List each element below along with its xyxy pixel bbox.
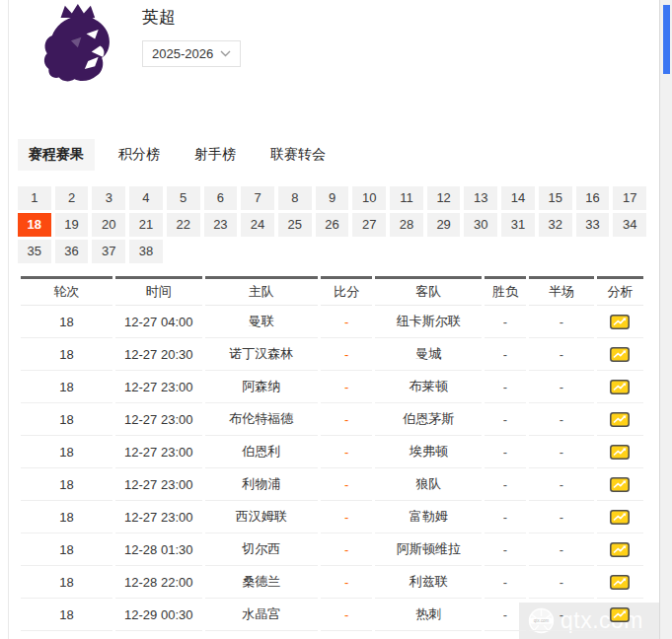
round-cell-24[interactable]: 24 xyxy=(241,213,274,237)
cell-score: - xyxy=(321,371,373,403)
round-cell-22[interactable]: 22 xyxy=(167,213,200,237)
cell-half: - xyxy=(529,338,594,371)
cell-round: 18 xyxy=(21,468,112,501)
cell-analysis xyxy=(597,306,643,338)
column-header: 分析 xyxy=(597,276,643,306)
cell-away: 热刺 xyxy=(375,599,481,631)
cell-score: - xyxy=(321,403,373,436)
cell-analysis xyxy=(597,566,643,599)
cell-home: 水晶宫 xyxy=(205,599,318,631)
cell-analysis xyxy=(597,468,643,501)
round-cell-33[interactable]: 33 xyxy=(576,213,610,237)
round-cell-6[interactable]: 6 xyxy=(204,186,238,210)
analysis-icon[interactable] xyxy=(610,575,630,590)
cell-half: - xyxy=(529,468,594,501)
round-cell-29[interactable]: 29 xyxy=(427,213,461,237)
cell-analysis xyxy=(597,599,643,631)
analysis-icon[interactable] xyxy=(610,510,630,525)
round-cell-5[interactable]: 5 xyxy=(167,186,200,210)
analysis-icon[interactable] xyxy=(610,607,630,622)
column-header: 半场 xyxy=(529,276,594,306)
round-cell-10[interactable]: 10 xyxy=(352,186,386,210)
round-cell-27[interactable]: 27 xyxy=(352,213,386,237)
cell-half: - xyxy=(529,533,594,566)
tab-1[interactable]: 赛程赛果 xyxy=(18,139,95,171)
fixture-row: 1812-28 22:00桑德兰-利兹联-- xyxy=(21,566,643,599)
round-cell-14[interactable]: 14 xyxy=(501,186,535,210)
cell-home: 利物浦 xyxy=(205,468,318,501)
analysis-icon[interactable] xyxy=(610,477,630,492)
cell-score: - xyxy=(321,306,373,338)
season-dropdown[interactable]: 2025-2026 xyxy=(142,40,241,67)
tab-2[interactable]: 积分榜 xyxy=(108,139,171,171)
cell-score: - xyxy=(321,468,373,501)
scrollbar[interactable] xyxy=(659,0,672,639)
round-cell-11[interactable]: 11 xyxy=(390,186,423,210)
round-cell-3[interactable]: 3 xyxy=(92,186,125,210)
round-cell-1[interactable]: 1 xyxy=(18,186,51,210)
round-cell-23[interactable]: 23 xyxy=(204,213,238,237)
scrollbar-thumb[interactable] xyxy=(663,5,670,74)
cell-half: - xyxy=(529,599,594,631)
round-cell-38[interactable]: 38 xyxy=(129,240,163,263)
cell-analysis xyxy=(597,403,643,436)
tab-bar: 赛程赛果积分榜射手榜联赛转会 xyxy=(18,139,649,171)
cell-time: 12-28 01:30 xyxy=(115,533,202,566)
cell-away: 阿斯顿维拉 xyxy=(375,533,481,566)
round-cell-21[interactable]: 21 xyxy=(129,213,163,237)
cell-analysis xyxy=(597,436,643,468)
fixture-row: 1812-29 00:30水晶宫-热刺-- xyxy=(21,599,643,631)
column-header: 轮次 xyxy=(21,276,112,306)
fixture-row: 1812-27 23:00西汉姆联-富勒姆-- xyxy=(21,501,643,533)
round-cell-30[interactable]: 30 xyxy=(464,213,497,237)
tab-4[interactable]: 联赛转会 xyxy=(260,139,336,171)
round-cell-20[interactable]: 20 xyxy=(92,213,125,237)
round-cell-2[interactable]: 2 xyxy=(55,186,89,210)
fixture-row: 1812-27 04:00曼联-纽卡斯尔联-- xyxy=(21,306,643,338)
cell-round: 18 xyxy=(21,306,112,338)
round-cell-4[interactable]: 4 xyxy=(129,186,163,210)
analysis-icon[interactable] xyxy=(610,347,630,362)
analysis-icon[interactable] xyxy=(610,380,630,394)
round-cell-32[interactable]: 32 xyxy=(539,213,572,237)
round-cell-9[interactable]: 9 xyxy=(316,186,349,210)
round-cell-25[interactable]: 25 xyxy=(278,213,312,237)
round-cell-28[interactable]: 28 xyxy=(390,213,423,237)
round-cell-12[interactable]: 12 xyxy=(427,186,461,210)
analysis-icon[interactable] xyxy=(610,412,630,427)
analysis-icon[interactable] xyxy=(610,445,630,460)
analysis-icon[interactable] xyxy=(610,315,630,329)
round-cell-36[interactable]: 36 xyxy=(55,240,89,263)
league-title: 英超 xyxy=(142,8,241,28)
round-cell-31[interactable]: 31 xyxy=(501,213,535,237)
cell-away: 埃弗顿 xyxy=(375,436,481,468)
cell-time: 12-27 04:00 xyxy=(115,306,202,338)
cell-half: - xyxy=(529,371,594,403)
cell-half: - xyxy=(529,403,594,436)
round-cell-16[interactable]: 16 xyxy=(576,186,610,210)
round-cell-35[interactable]: 35 xyxy=(18,240,51,263)
tab-3[interactable]: 射手榜 xyxy=(184,139,247,171)
analysis-icon[interactable] xyxy=(610,542,630,557)
round-cell-8[interactable]: 8 xyxy=(278,186,312,210)
cell-time: 12-27 23:00 xyxy=(115,436,202,468)
cell-analysis xyxy=(597,338,643,371)
round-cell-19[interactable]: 19 xyxy=(55,213,89,237)
cell-result: - xyxy=(485,566,526,599)
round-cell-13[interactable]: 13 xyxy=(464,186,497,210)
column-header: 客队 xyxy=(375,276,481,306)
cell-result: - xyxy=(485,501,526,533)
cell-result: - xyxy=(485,436,526,468)
round-cell-15[interactable]: 15 xyxy=(539,186,572,210)
round-cell-7[interactable]: 7 xyxy=(241,186,274,210)
round-cell-34[interactable]: 34 xyxy=(613,213,646,237)
round-cell-18[interactable]: 18 xyxy=(18,213,51,237)
round-cell-17[interactable]: 17 xyxy=(613,186,646,210)
cell-round: 18 xyxy=(21,436,112,468)
fixture-row: 1812-27 23:00利物浦-狼队-- xyxy=(21,468,643,501)
round-cell-37[interactable]: 37 xyxy=(92,240,125,263)
season-value: 2025-2026 xyxy=(152,46,213,61)
cell-time: 12-27 20:30 xyxy=(115,338,202,371)
round-cell-26[interactable]: 26 xyxy=(316,213,349,237)
fixture-row: 1812-27 23:00布伦特福德-伯恩茅斯-- xyxy=(21,403,643,436)
